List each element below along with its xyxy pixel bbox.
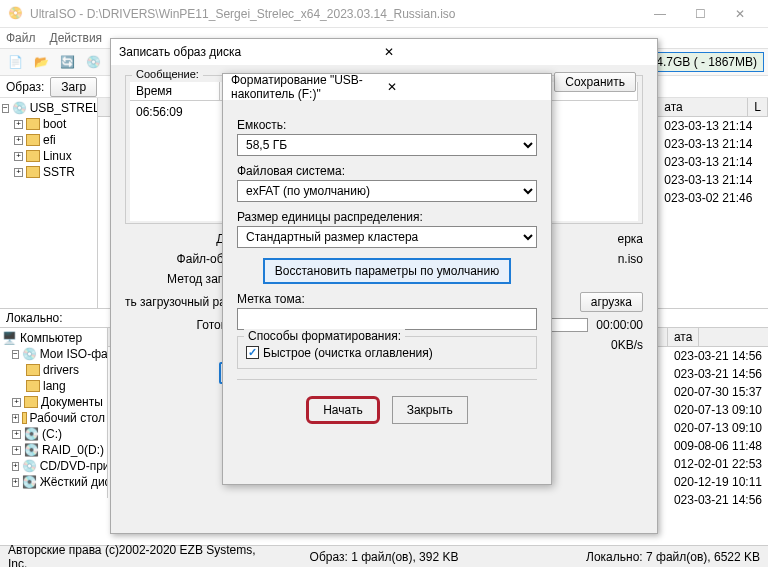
drive-icon: 💽 [24, 427, 39, 441]
save-log-button[interactable]: Сохранить [554, 72, 636, 92]
dialog-titlebar[interactable]: Записать образ диска ✕ [111, 39, 657, 65]
cd-icon: 💿 [22, 459, 37, 473]
cd-icon: 💿 [22, 347, 37, 361]
elapsed-time: 00:00:00 [596, 318, 643, 332]
menu-file[interactable]: Файл [6, 31, 36, 45]
drive-icon: 💽 [22, 475, 37, 489]
folder-icon [22, 412, 27, 424]
speed-value: 0KB/s [611, 338, 643, 352]
filesystem-label: Файловая система: [237, 164, 537, 178]
capacity-label: Емкость: [237, 118, 537, 132]
folder-icon [24, 396, 38, 408]
statusbar: Авторские права (c)2002-2020 EZB Systems… [0, 545, 768, 567]
folder-icon [26, 380, 40, 392]
drive-icon: 💽 [24, 443, 39, 457]
app-icon: 📀 [8, 6, 24, 22]
restore-defaults-button[interactable]: Восстановить параметры по умолчанию [263, 258, 511, 284]
start-format-button[interactable]: Начать [306, 396, 380, 424]
folder-icon [26, 150, 40, 162]
bootload-button[interactable]: агрузка [580, 292, 643, 312]
format-dialog-title: Форматирование "USB-накопитель (F:)" [231, 73, 387, 101]
open-icon[interactable]: 📂 [30, 51, 52, 73]
minimize-button[interactable]: — [640, 4, 680, 24]
message-label: Сообщение: [132, 68, 203, 80]
local-tree[interactable]: 🖥️Компьютер −💿Мои ISO-фай drivers lang +… [0, 328, 108, 498]
volume-label-label: Метка тома: [237, 292, 537, 306]
cd-icon: 💿 [12, 101, 27, 115]
load-button[interactable]: Загр [50, 77, 97, 97]
media-icon[interactable]: 💿 [82, 51, 104, 73]
status-copyright: Авторские права (c)2002-2020 EZB Systems… [8, 543, 259, 568]
menu-actions[interactable]: Действия [50, 31, 103, 45]
folder-icon [26, 364, 40, 376]
dialog-title: Записать образ диска [119, 45, 384, 59]
volume-label-input[interactable] [237, 308, 537, 330]
maximize-button[interactable]: ☐ [680, 4, 720, 24]
new-icon[interactable]: 📄 [4, 51, 26, 73]
image-label: Образ: [6, 80, 44, 94]
close-icon[interactable]: ✕ [387, 80, 543, 94]
filesystem-select[interactable]: exFAT (по умолчанию) [237, 180, 537, 202]
status-image: Образ: 1 файл(ов), 392 KB [259, 550, 510, 564]
format-methods-label: Способы форматирования: [244, 329, 405, 343]
allocation-select[interactable]: Стандартный размер кластера [237, 226, 537, 248]
disk-badge: 4.7GB ( - 1867MB) [649, 52, 764, 72]
close-button[interactable]: ✕ [720, 4, 760, 24]
folder-icon [26, 166, 40, 178]
status-local: Локально: 7 файл(ов), 6522 KB [509, 550, 760, 564]
allocation-label: Размер единицы распределения: [237, 210, 537, 224]
format-dialog: Форматирование "USB-накопитель (F:)" ✕ Е… [222, 73, 552, 485]
computer-icon: 🖥️ [2, 331, 17, 345]
refresh-icon[interactable]: 🔄 [56, 51, 78, 73]
capacity-select[interactable]: 58,5 ГБ [237, 134, 537, 156]
close-format-button[interactable]: Закрыть [392, 396, 468, 424]
format-dialog-titlebar[interactable]: Форматирование "USB-накопитель (F:)" ✕ [223, 74, 551, 100]
image-tree[interactable]: −💿USB_STRELEC +boot +efi +Linux +SSTR [0, 98, 98, 308]
quick-format-checkbox[interactable]: ✓Быстрое (очистка оглавления) [246, 346, 433, 360]
folder-icon [26, 134, 40, 146]
window-title: UltraISO - D:\DRIVERS\WinPE11_Sergei_Str… [30, 7, 640, 21]
main-titlebar: 📀 UltraISO - D:\DRIVERS\WinPE11_Sergei_S… [0, 0, 768, 28]
folder-icon [26, 118, 40, 130]
close-icon[interactable]: ✕ [384, 45, 649, 59]
